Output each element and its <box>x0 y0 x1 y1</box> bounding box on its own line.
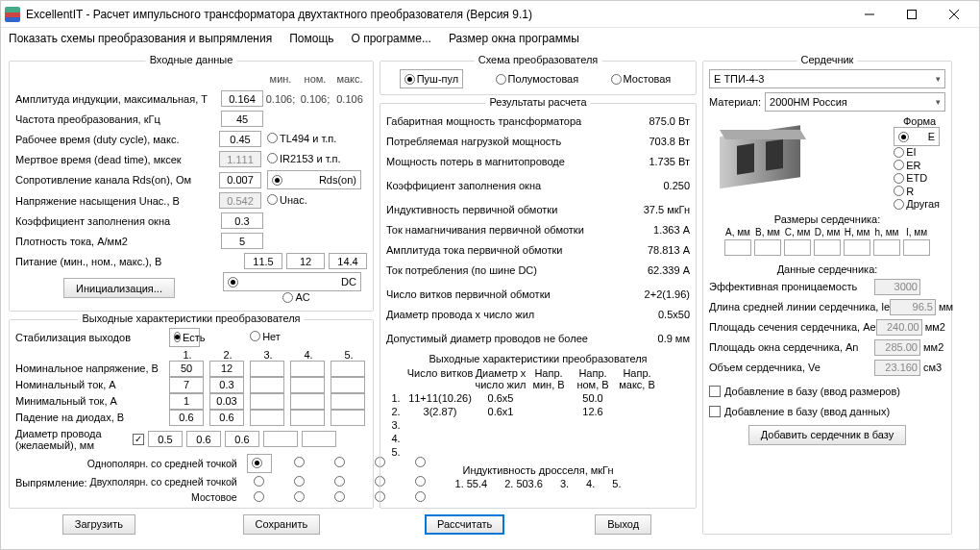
load-button[interactable]: Загрузить <box>62 514 135 535</box>
menubar: Показать схемы преобразования и выпрямле… <box>1 28 979 49</box>
diam-cell[interactable] <box>148 431 183 447</box>
stab-no[interactable]: Нет <box>250 331 281 342</box>
out-cell[interactable] <box>290 361 325 377</box>
out-cell[interactable] <box>290 377 325 393</box>
shape-radio[interactable]: Другая <box>894 198 940 210</box>
chevron-down-icon: ▾ <box>936 74 941 84</box>
menu-item[interactable]: Помощь <box>289 32 333 45</box>
out-cell[interactable] <box>250 393 284 410</box>
driver-radio-tl494[interactable]: TL494 и т.п. <box>267 133 336 144</box>
minimize-button[interactable] <box>848 2 891 27</box>
out-cell[interactable] <box>250 377 284 393</box>
label: Размеры сердечника: <box>709 213 945 225</box>
diam-cell[interactable] <box>302 431 336 447</box>
dim-input[interactable] <box>844 239 870 256</box>
scheme-bridge[interactable]: Мостовая <box>611 73 672 85</box>
out-cell[interactable] <box>250 361 284 377</box>
supply-nom[interactable] <box>286 253 325 269</box>
rect-radio[interactable] <box>334 491 345 502</box>
out-cell[interactable] <box>290 393 325 410</box>
dim-input[interactable] <box>754 239 781 256</box>
scheme-pushpull[interactable]: Пуш-пул <box>400 69 464 88</box>
init-button[interactable]: Инициализация... <box>63 278 175 298</box>
label: Амплитуда индукции, максимальная, Т <box>15 93 221 105</box>
supply-min[interactable] <box>244 253 282 269</box>
out-cell[interactable] <box>169 410 204 426</box>
rds-input[interactable] <box>219 172 261 188</box>
core-data <box>876 319 922 336</box>
amp-input[interactable] <box>221 90 263 107</box>
out-cell[interactable] <box>331 361 365 377</box>
out-cell[interactable] <box>169 377 204 393</box>
out-cell[interactable] <box>331 410 365 426</box>
out-cell[interactable] <box>209 410 244 426</box>
rect-radio[interactable] <box>334 457 345 467</box>
chevron-down-icon: ▾ <box>936 97 941 107</box>
scheme-halfbridge[interactable]: Полумостовая <box>496 73 579 85</box>
menu-item[interactable]: Размер окна программы <box>449 32 579 45</box>
material-select[interactable]: 2000НМ Россия▾ <box>765 92 945 112</box>
rect-radio[interactable] <box>254 491 264 502</box>
diam-cell[interactable] <box>186 431 221 447</box>
stab-yes[interactable]: Есть <box>169 328 200 347</box>
out-cell[interactable] <box>209 377 244 393</box>
rect-radio[interactable] <box>254 476 264 487</box>
shape-radio[interactable]: R <box>894 186 914 197</box>
add-data-check[interactable] <box>709 406 721 417</box>
freq-input[interactable] <box>221 111 263 127</box>
menu-item[interactable]: Показать схемы преобразования и выпрямле… <box>9 32 272 45</box>
driver-radio-ir2153[interactable]: IR2153 и т.п. <box>267 153 341 164</box>
rect-radio[interactable] <box>247 454 272 473</box>
jdens-input[interactable] <box>221 233 263 249</box>
close-button[interactable] <box>933 2 975 27</box>
shape-radio[interactable]: EI <box>894 146 916 158</box>
dim-input[interactable] <box>784 239 811 256</box>
add-core-button[interactable]: Добавить сердечник в базу <box>748 425 907 445</box>
svg-rect-6 <box>766 139 783 171</box>
rect-radio[interactable] <box>294 457 305 467</box>
shape-radio[interactable]: E <box>894 127 940 146</box>
core-image <box>709 115 815 202</box>
window-title: ExcellentIT - Расчет импульсного трансфо… <box>26 8 848 21</box>
dim-input[interactable] <box>724 239 751 256</box>
maximize-button[interactable] <box>891 2 933 27</box>
out-cell[interactable] <box>331 393 365 410</box>
dim-input[interactable] <box>873 239 900 256</box>
core-data <box>874 339 920 356</box>
out-cell[interactable] <box>209 393 244 410</box>
core-select[interactable]: Е ТПИ-4-3▾ <box>709 69 945 88</box>
label: Индуктивность дросселя, мкГн <box>386 464 690 476</box>
kfill-input[interactable] <box>221 212 263 229</box>
out-cell[interactable] <box>209 361 244 377</box>
out-cell[interactable] <box>290 410 325 426</box>
ac-radio[interactable]: AC <box>282 291 309 303</box>
save-button[interactable]: Сохранить <box>243 514 321 535</box>
calc-button[interactable]: Рассчитать <box>425 514 504 535</box>
out-cell[interactable] <box>169 361 204 377</box>
out-cell[interactable] <box>169 393 204 410</box>
diam-cell[interactable] <box>263 431 298 447</box>
diam-cell[interactable] <box>225 431 259 447</box>
app-icon <box>5 7 20 22</box>
rect-radio[interactable] <box>294 491 305 502</box>
driver-radio-usat[interactable]: Uнас. <box>267 194 307 206</box>
input-group: Входные данные мин.ном.макс. Амплитуда и… <box>9 61 374 312</box>
rect-radio[interactable] <box>294 476 305 487</box>
results-group: Результаты расчета Габаритная мощность т… <box>380 103 697 509</box>
driver-radio-rdson[interactable]: Rds(on) <box>267 170 361 189</box>
dc-radio[interactable]: DC <box>223 272 361 291</box>
duty-input[interactable] <box>219 131 261 147</box>
diam-check[interactable] <box>133 434 144 445</box>
shape-radio[interactable]: ER <box>894 160 920 171</box>
rect-radio[interactable] <box>334 476 345 487</box>
menu-item[interactable]: О программе... <box>352 32 431 45</box>
supply-max[interactable] <box>329 253 367 269</box>
add-dims-check[interactable] <box>709 386 721 397</box>
exit-button[interactable]: Выход <box>595 514 651 535</box>
shape-radio[interactable]: ETD <box>894 172 927 184</box>
dim-input[interactable] <box>814 239 841 256</box>
out-cell[interactable] <box>331 377 365 393</box>
core-data <box>874 360 920 376</box>
dim-input[interactable] <box>903 239 930 256</box>
out-cell[interactable] <box>250 410 284 426</box>
